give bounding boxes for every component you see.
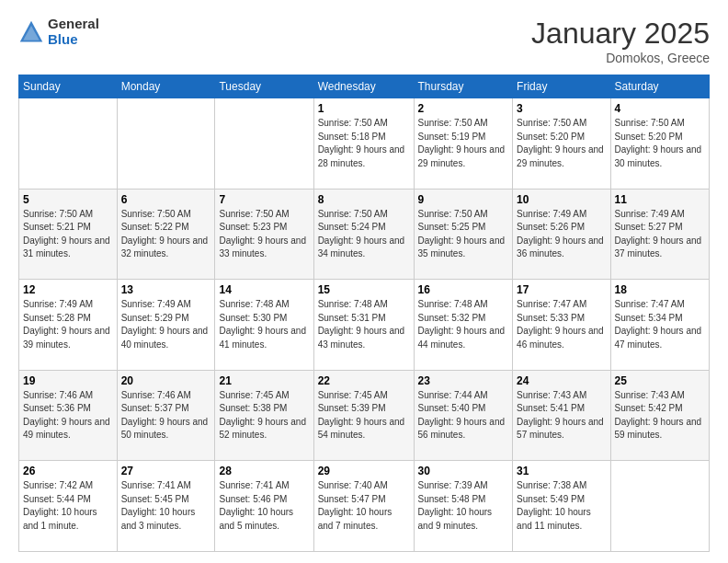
calendar-cell: 8Sunrise: 7:50 AM Sunset: 5:24 PM Daylig…	[313, 189, 414, 280]
calendar-cell: 24Sunrise: 7:43 AM Sunset: 5:41 PM Dayli…	[513, 370, 610, 461]
day-number: 21	[219, 374, 309, 387]
calendar-cell: 26Sunrise: 7:42 AM Sunset: 5:44 PM Dayli…	[19, 461, 118, 552]
day-info: Sunrise: 7:49 AM Sunset: 5:26 PM Dayligh…	[517, 208, 606, 261]
day-number: 28	[219, 465, 309, 477]
day-number: 13	[121, 283, 211, 296]
day-info: Sunrise: 7:50 AM Sunset: 5:24 PM Dayligh…	[318, 208, 410, 261]
day-info: Sunrise: 7:48 AM Sunset: 5:32 PM Dayligh…	[418, 298, 509, 351]
day-info: Sunrise: 7:43 AM Sunset: 5:41 PM Dayligh…	[517, 389, 606, 442]
page: General Blue January 2025 Domokos, Greec…	[0, 0, 728, 563]
calendar-header-row: SundayMondayTuesdayWednesdayThursdayFrid…	[19, 75, 710, 98]
calendar-cell: 12Sunrise: 7:49 AM Sunset: 5:28 PM Dayli…	[19, 280, 118, 371]
calendar-body: 1Sunrise: 7:50 AM Sunset: 5:18 PM Daylig…	[19, 98, 710, 552]
day-number: 6	[121, 193, 211, 206]
day-info: Sunrise: 7:42 AM Sunset: 5:44 PM Dayligh…	[23, 479, 113, 533]
calendar-week-row: 19Sunrise: 7:46 AM Sunset: 5:36 PM Dayli…	[19, 370, 710, 461]
day-number: 17	[517, 283, 606, 296]
calendar-cell: 29Sunrise: 7:40 AM Sunset: 5:47 PM Dayli…	[313, 461, 414, 552]
day-number: 10	[517, 193, 606, 206]
calendar-cell: 23Sunrise: 7:44 AM Sunset: 5:40 PM Dayli…	[414, 370, 513, 461]
calendar-cell: 2Sunrise: 7:50 AM Sunset: 5:19 PM Daylig…	[414, 98, 513, 190]
day-number: 29	[318, 465, 410, 477]
day-header-saturday: Saturday	[610, 75, 709, 98]
day-header-monday: Monday	[117, 75, 215, 98]
calendar-cell: 28Sunrise: 7:41 AM Sunset: 5:46 PM Dayli…	[215, 461, 313, 552]
day-number: 12	[23, 283, 113, 296]
calendar-cell: 31Sunrise: 7:38 AM Sunset: 5:49 PM Dayli…	[513, 461, 610, 552]
day-info: Sunrise: 7:48 AM Sunset: 5:30 PM Dayligh…	[219, 298, 309, 351]
calendar-week-row: 12Sunrise: 7:49 AM Sunset: 5:28 PM Dayli…	[19, 280, 710, 371]
calendar-week-row: 26Sunrise: 7:42 AM Sunset: 5:44 PM Dayli…	[19, 461, 710, 552]
calendar-cell: 16Sunrise: 7:48 AM Sunset: 5:32 PM Dayli…	[414, 280, 513, 371]
calendar-cell	[117, 98, 215, 190]
day-number: 8	[318, 193, 410, 206]
day-info: Sunrise: 7:47 AM Sunset: 5:34 PM Dayligh…	[615, 298, 705, 351]
day-number: 19	[23, 374, 113, 387]
day-number: 11	[615, 193, 705, 206]
day-info: Sunrise: 7:48 AM Sunset: 5:31 PM Dayligh…	[318, 298, 410, 351]
day-info: Sunrise: 7:50 AM Sunset: 5:20 PM Dayligh…	[517, 117, 606, 170]
day-number: 24	[517, 374, 606, 387]
calendar-cell	[610, 461, 709, 552]
day-number: 26	[23, 465, 113, 477]
day-number: 14	[219, 283, 309, 296]
day-number: 15	[318, 283, 410, 296]
day-info: Sunrise: 7:38 AM Sunset: 5:49 PM Dayligh…	[517, 479, 606, 533]
day-number: 7	[219, 193, 309, 206]
calendar-cell: 30Sunrise: 7:39 AM Sunset: 5:48 PM Dayli…	[414, 461, 513, 552]
logo-blue: Blue	[48, 32, 99, 48]
day-number: 20	[121, 374, 211, 387]
calendar-cell: 4Sunrise: 7:50 AM Sunset: 5:20 PM Daylig…	[610, 98, 709, 190]
day-number: 18	[615, 283, 705, 296]
calendar-cell: 1Sunrise: 7:50 AM Sunset: 5:18 PM Daylig…	[313, 98, 414, 190]
day-info: Sunrise: 7:45 AM Sunset: 5:38 PM Dayligh…	[219, 389, 309, 442]
day-number: 9	[418, 193, 509, 206]
calendar-cell: 22Sunrise: 7:45 AM Sunset: 5:39 PM Dayli…	[313, 370, 414, 461]
header: General Blue January 2025 Domokos, Greec…	[18, 17, 710, 65]
day-info: Sunrise: 7:47 AM Sunset: 5:33 PM Dayligh…	[517, 298, 606, 351]
day-info: Sunrise: 7:50 AM Sunset: 5:19 PM Dayligh…	[418, 117, 509, 170]
calendar-cell: 11Sunrise: 7:49 AM Sunset: 5:27 PM Dayli…	[610, 189, 709, 280]
calendar-cell: 21Sunrise: 7:45 AM Sunset: 5:38 PM Dayli…	[215, 370, 313, 461]
calendar-cell: 15Sunrise: 7:48 AM Sunset: 5:31 PM Dayli…	[313, 280, 414, 371]
day-number: 27	[121, 465, 211, 477]
calendar-week-row: 5Sunrise: 7:50 AM Sunset: 5:21 PM Daylig…	[19, 189, 710, 280]
day-info: Sunrise: 7:41 AM Sunset: 5:46 PM Dayligh…	[219, 479, 309, 533]
day-info: Sunrise: 7:46 AM Sunset: 5:36 PM Dayligh…	[23, 389, 113, 442]
day-info: Sunrise: 7:50 AM Sunset: 5:22 PM Dayligh…	[121, 208, 211, 261]
day-info: Sunrise: 7:40 AM Sunset: 5:47 PM Dayligh…	[318, 479, 410, 533]
day-number: 1	[318, 102, 410, 115]
day-info: Sunrise: 7:44 AM Sunset: 5:40 PM Dayligh…	[418, 389, 509, 442]
day-info: Sunrise: 7:41 AM Sunset: 5:45 PM Dayligh…	[121, 479, 211, 533]
day-info: Sunrise: 7:49 AM Sunset: 5:28 PM Dayligh…	[23, 298, 113, 351]
day-header-thursday: Thursday	[414, 75, 513, 98]
calendar-cell: 13Sunrise: 7:49 AM Sunset: 5:29 PM Dayli…	[117, 280, 215, 371]
calendar-cell: 14Sunrise: 7:48 AM Sunset: 5:30 PM Dayli…	[215, 280, 313, 371]
day-info: Sunrise: 7:50 AM Sunset: 5:21 PM Dayligh…	[23, 208, 113, 261]
logo-icon	[18, 19, 44, 45]
calendar-cell: 7Sunrise: 7:50 AM Sunset: 5:23 PM Daylig…	[215, 189, 313, 280]
calendar-cell	[215, 98, 313, 190]
day-number: 16	[418, 283, 509, 296]
day-info: Sunrise: 7:50 AM Sunset: 5:25 PM Dayligh…	[418, 208, 509, 261]
calendar-week-row: 1Sunrise: 7:50 AM Sunset: 5:18 PM Daylig…	[19, 98, 710, 190]
day-number: 25	[615, 374, 705, 387]
day-number: 22	[318, 374, 410, 387]
day-info: Sunrise: 7:50 AM Sunset: 5:18 PM Dayligh…	[318, 117, 410, 170]
calendar-cell: 10Sunrise: 7:49 AM Sunset: 5:26 PM Dayli…	[513, 189, 610, 280]
day-info: Sunrise: 7:43 AM Sunset: 5:42 PM Dayligh…	[615, 389, 705, 442]
calendar-cell: 3Sunrise: 7:50 AM Sunset: 5:20 PM Daylig…	[513, 98, 610, 190]
title-block: January 2025 Domokos, Greece	[531, 17, 710, 65]
calendar-cell: 19Sunrise: 7:46 AM Sunset: 5:36 PM Dayli…	[19, 370, 118, 461]
day-info: Sunrise: 7:49 AM Sunset: 5:27 PM Dayligh…	[615, 208, 705, 261]
calendar-cell: 5Sunrise: 7:50 AM Sunset: 5:21 PM Daylig…	[19, 189, 118, 280]
day-header-tuesday: Tuesday	[215, 75, 313, 98]
calendar-cell: 27Sunrise: 7:41 AM Sunset: 5:45 PM Dayli…	[117, 461, 215, 552]
day-number: 5	[23, 193, 113, 206]
calendar-cell	[19, 98, 118, 190]
calendar-cell: 9Sunrise: 7:50 AM Sunset: 5:25 PM Daylig…	[414, 189, 513, 280]
day-info: Sunrise: 7:39 AM Sunset: 5:48 PM Dayligh…	[418, 479, 509, 533]
day-info: Sunrise: 7:46 AM Sunset: 5:37 PM Dayligh…	[121, 389, 211, 442]
day-header-wednesday: Wednesday	[313, 75, 414, 98]
day-info: Sunrise: 7:50 AM Sunset: 5:20 PM Dayligh…	[615, 117, 705, 170]
